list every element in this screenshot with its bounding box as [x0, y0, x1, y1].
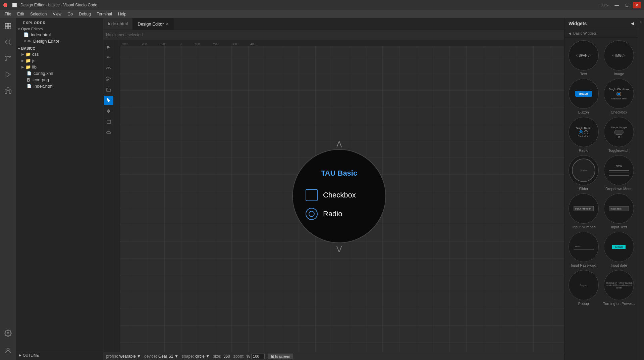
tab-design-editor[interactable]: Design Editor ✕ — [133, 18, 174, 30]
activity-account[interactable] — [0, 343, 16, 359]
input-date-widget-preview: search — [604, 232, 634, 262]
shape-dropdown[interactable]: circle ▼ — [195, 354, 210, 359]
dropdown-widget-item[interactable]: NEW Dropdown Menu — [603, 155, 636, 191]
radio-widget-item[interactable]: Single Radio Radio-item Radio — [567, 117, 600, 152]
profile-selector: profile: wearable ▼ — [106, 354, 141, 359]
tab-bar: index.html Design Editor ✕ — [103, 18, 564, 30]
input-date-widget-item[interactable]: search Input date — [603, 232, 636, 267]
css-folder-arrow: ▶ — [21, 52, 24, 56]
slider-widget-item[interactable]: Slider Slider — [567, 155, 600, 191]
basicc-header[interactable]: ▾ BASICC — [16, 46, 103, 51]
menu-file[interactable]: File — [2, 11, 14, 17]
menu-terminal[interactable]: Terminal — [94, 11, 115, 17]
ruler-tool[interactable] — [104, 128, 113, 137]
sidebar-item-index-html[interactable]: 📄 index.html — [16, 32, 103, 38]
power-widget-item[interactable]: Turning on Power saving mode will loss a… — [603, 270, 636, 306]
move-tool[interactable]: ✥ — [104, 106, 113, 116]
activity-extensions[interactable] — [0, 83, 16, 99]
svg-rect-13 — [9, 90, 11, 93]
input-date-inner: search — [612, 245, 626, 249]
menu-debug[interactable]: Debug — [76, 11, 93, 17]
sidebar-item-design-editor[interactable]: ✕ ✏ Design Editor — [16, 38, 103, 44]
dropdown-line — [609, 173, 629, 173]
title-left: ⬜ Design Editor - basicc - Visual Studio… — [3, 3, 97, 7]
rect-tool[interactable] — [104, 117, 113, 127]
svg-rect-21 — [107, 120, 110, 124]
ruler-mark: 400 — [250, 42, 255, 46]
menu-go[interactable]: Go — [65, 11, 75, 17]
folder-lib[interactable]: ▶ 📁 lib — [16, 64, 103, 70]
button-widget-preview: Button — [569, 79, 599, 109]
activity-settings[interactable] — [0, 325, 16, 341]
profile-label: profile: — [106, 354, 118, 359]
button-widget-item[interactable]: Button Button — [567, 79, 600, 114]
bottom-toolbar: profile: wearable ▼ device: Gear S2 ▼ sh… — [103, 352, 564, 360]
close-icon[interactable]: ✕ — [23, 39, 26, 43]
folder-js[interactable]: ▶ 📁 js — [16, 57, 103, 64]
zoom-input[interactable] — [251, 354, 265, 359]
menu-selection[interactable]: Selection — [28, 11, 49, 17]
tree-tool[interactable] — [104, 74, 113, 84]
activity-run[interactable] — [0, 66, 16, 83]
zoom-label: zoom: — [233, 354, 245, 359]
basicc-arrow: ▾ — [18, 47, 20, 50]
file-icon-png[interactable]: 🖼 icon.png — [16, 77, 103, 83]
size-display: size: 360 — [213, 354, 230, 359]
checkbox-widget-item[interactable]: Single Checkbox checkbox-item Checkbox — [603, 79, 636, 114]
activity-search[interactable] — [0, 34, 16, 50]
file-icon: 📄 — [23, 32, 29, 37]
input-number-widget-item[interactable]: input number Input Number — [567, 193, 600, 229]
folder-tool[interactable] — [104, 85, 113, 94]
device-title: TAU Basic — [321, 169, 357, 178]
image-widget-item[interactable]: < IMG /> Image — [603, 40, 636, 76]
tab-index-html[interactable]: index.html — [103, 18, 133, 30]
pencil-tool[interactable]: ✏ — [104, 53, 113, 62]
sidebar: Explorer ▾ Open Editors 📄 index.html ✕ ✏… — [16, 18, 103, 360]
dropdown-line — [609, 175, 629, 176]
menu-bar: File Edit Selection View Go Debug Termin… — [0, 10, 644, 18]
dropdown-preview-content: NEW — [607, 163, 630, 177]
folder-css[interactable]: ▶ 📁 css — [16, 51, 103, 57]
device-dropdown[interactable]: Gear S2 ▼ — [158, 354, 178, 359]
popup-widget-item[interactable]: Popup Popup — [567, 270, 600, 306]
file-config-xml[interactable]: 📄 config.xml — [16, 70, 103, 77]
input-password-widget-item[interactable]: •••••• Input Password — [567, 232, 600, 267]
canvas[interactable]: -300 -200 -100 0 100 200 300 400 ⋀ — [114, 40, 564, 352]
scroll-down-arrow[interactable]: ⋁ — [336, 244, 342, 253]
fit-to-screen-button[interactable]: fit to screen — [268, 354, 293, 359]
maximize-button[interactable]: □ — [624, 2, 630, 8]
minimize-button[interactable]: — — [612, 2, 621, 8]
radio-widget-preview: Single Radio Radio-item — [569, 117, 599, 147]
close-win-button[interactable]: ✕ — [633, 2, 641, 8]
slider-widget-label: Slider — [579, 187, 588, 191]
html-file-icon: 📄 — [27, 84, 32, 88]
ruler-mark: -100 — [160, 42, 166, 46]
file-label: config.xml — [34, 71, 53, 76]
svg-rect-16 — [107, 77, 108, 78]
input-text-widget-item[interactable]: input text Input Text — [603, 193, 636, 229]
input-text-preview: input text — [609, 206, 629, 211]
widgets-subheader: ◀ Basic Widgets — [565, 29, 638, 38]
menu-help[interactable]: Help — [115, 11, 129, 17]
menu-view[interactable]: View — [50, 11, 64, 17]
toggleswitch-widget-label: Toggleswitch — [608, 148, 630, 152]
file-index-html[interactable]: 📄 index.html — [16, 83, 103, 89]
cursor-tool[interactable] — [104, 96, 113, 105]
close-button[interactable] — [3, 3, 7, 7]
toggleswitch-widget-item[interactable]: Single Toggle -off- Toggleswitch — [603, 117, 636, 152]
scroll-up-arrow[interactable]: ⋀ — [336, 140, 342, 148]
code-tool[interactable]: </> — [104, 63, 113, 73]
tab-close-icon[interactable]: ✕ — [166, 22, 169, 26]
folder-icon: 📁 — [25, 64, 31, 70]
widgets-collapse[interactable]: ◀ — [631, 21, 634, 26]
open-editors-header[interactable]: ▾ Open Editors — [16, 26, 103, 32]
input-date-preview: search — [604, 232, 634, 262]
play-tool[interactable]: ▶ — [104, 42, 113, 51]
outline-panel[interactable]: ▶ OUTLINE — [16, 350, 103, 360]
checkbox-widget-label: Checkbox — [611, 110, 627, 114]
text-widget-item[interactable]: < SPAN /> Text — [567, 40, 600, 76]
activity-explorer[interactable] — [0, 18, 16, 34]
menu-edit[interactable]: Edit — [14, 11, 27, 17]
activity-source-control[interactable] — [0, 50, 16, 66]
profile-dropdown[interactable]: wearable ▼ — [119, 354, 141, 359]
